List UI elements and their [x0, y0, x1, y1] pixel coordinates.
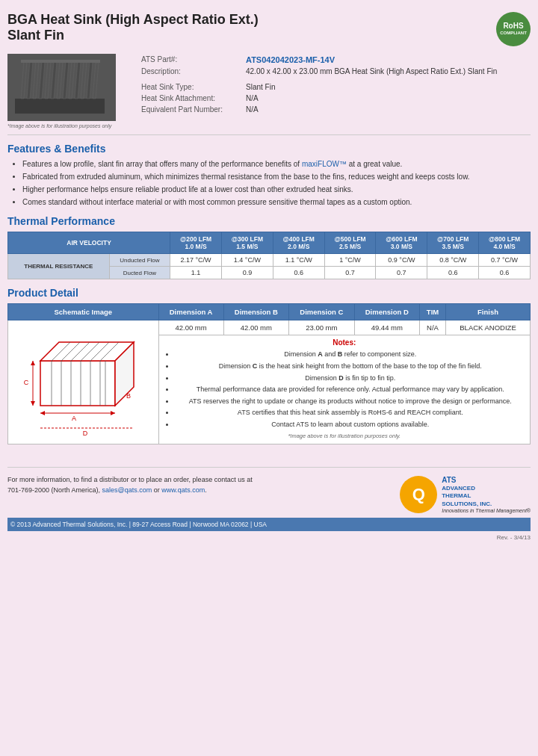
unducted-700: 0.8 °C/W [427, 254, 479, 267]
svg-marker-5 [45, 61, 51, 99]
ducted-600: 0.7 [376, 267, 427, 279]
ats-text-block: ATS ADVANCED THERMAL SOLUTIONS, INC. Inn… [442, 475, 531, 513]
ducted-800: 0.6 [479, 267, 531, 279]
ducted-400: 0.6 [273, 267, 324, 279]
attachment-row: Heat Sink Attachment: N/A [138, 93, 531, 104]
detail-table: Schematic Image Dimension A Dimension B … [7, 303, 531, 444]
col-500lfm: @500 LFM 2.5 M/S [324, 232, 376, 254]
description-label: Description: [138, 66, 243, 77]
detail-data-row: A C B D 42.00 mm [8, 320, 531, 335]
svg-text:C: C [24, 379, 29, 386]
svg-marker-33 [111, 411, 115, 415]
description-value: 42.00 x 42.00 x 23.00 mm BGA Heat Sink (… [243, 66, 531, 77]
attachment-value: N/A [243, 93, 531, 104]
footer-left: For more information, to find a distribu… [7, 475, 253, 498]
svg-marker-38 [31, 401, 35, 406]
note-6: ATS certifies that this heat sink assemb… [175, 408, 526, 418]
specs-block: ATS Part#: ATS042042023-MF-14V Descripti… [138, 54, 531, 128]
divider-1 [7, 134, 531, 135]
product-image-block: *Image above is for illustration purpose… [7, 54, 123, 128]
schematic-image-cell: A C B D [8, 320, 159, 444]
features-heading: Features & Benefits [7, 143, 531, 155]
unducted-800: 0.7 °C/W [479, 254, 531, 267]
page: BGA Heat Sink (High Aspect Ratio Ext.) S… [7, 0, 531, 553]
svg-rect-14 [21, 60, 100, 63]
unducted-label: Unducted Flow [109, 254, 170, 267]
equiv-value: N/A [243, 104, 531, 115]
dim-a-value: 42.00 mm [158, 320, 223, 335]
contact-text: For more information, to find a distribu… [7, 475, 253, 495]
note-4: Thermal performance data are provided fo… [175, 385, 526, 394]
schematic-image-note: *Image above is for illustration purpose… [163, 433, 526, 439]
notes-heading: Notes: [163, 338, 526, 347]
ats-full-name: ADVANCED THERMAL SOLUTIONS, INC. [442, 485, 531, 508]
unducted-200: 2.17 °C/W [170, 254, 222, 267]
unducted-300: 1.4 °C/W [221, 254, 273, 267]
feature-item-3: Higher performance helps ensure reliable… [22, 185, 531, 195]
header: BGA Heat Sink (High Aspect Ratio Ext.) S… [7, 12, 531, 46]
ats-q-letter: Q [412, 485, 425, 504]
ats-name: ATS ADVANCED THERMAL SOLUTIONS, INC. [442, 475, 531, 508]
footer: For more information, to find a distribu… [7, 467, 531, 513]
specs-table: ATS Part#: ATS042042023-MF-14V Descripti… [138, 54, 531, 115]
svg-text:D: D [83, 430, 88, 437]
air-velocity-header: AIR VELOCITY [8, 232, 170, 254]
feature-item-1: Features a low profile, slant fin array … [22, 159, 531, 170]
feature-item-2: Fabricated from extruded aluminum, which… [22, 172, 531, 182]
page-title-line2: Slant Fin [7, 28, 259, 43]
product-info: *Image above is for illustration purpose… [7, 54, 531, 128]
email-link[interactable]: sales@qats.com [102, 486, 152, 494]
col-finish: Finish [446, 304, 531, 320]
svg-marker-8 [63, 61, 69, 99]
unducted-600: 0.9 °C/W [376, 254, 427, 267]
ducted-300: 0.9 [221, 267, 273, 279]
product-image [7, 54, 116, 121]
type-row: Heat Sink Type: Slant Fin [138, 81, 531, 93]
features-list: Features a low profile, slant fin array … [7, 159, 531, 208]
page-title-line1: BGA Heat Sink (High Aspect Ratio Ext.) [7, 12, 259, 28]
type-value: Slant Fin [243, 81, 531, 93]
thermal-header-row: AIR VELOCITY @200 LFM 1.0 M/S @300 LFM 1… [8, 232, 531, 254]
svg-rect-0 [15, 99, 105, 114]
copyright-bar: © 2013 Advanced Thermal Solutions, Inc. … [7, 518, 531, 531]
rohs-compliant: COMPLIANT [500, 31, 527, 36]
ats-tagline: Innovations in Thermal Management® [442, 508, 531, 513]
rev-text: Rev. - 3/4/13 [7, 534, 531, 541]
equiv-label: Equivalent Part Number: [138, 104, 243, 115]
rohs-badge: RoHS COMPLIANT [496, 12, 531, 46]
note-1: Dimension A and B refer to component siz… [175, 350, 526, 359]
description-row: Description: 42.00 x 42.00 x 23.00 mm BG… [138, 66, 531, 77]
type-label: Heat Sink Type: [138, 81, 243, 93]
col-dim-c: Dimension C [289, 304, 354, 320]
col-600lfm: @600 LFM 3.0 M/S [376, 232, 427, 254]
notes-list: Dimension A and B refer to component siz… [163, 350, 526, 429]
finish-value: BLACK ANODIZE [446, 320, 531, 335]
svg-marker-6 [51, 61, 57, 99]
svg-text:A: A [72, 415, 76, 422]
svg-marker-11 [81, 61, 87, 99]
svg-marker-3 [33, 61, 39, 99]
website-link[interactable]: www.qats.com [161, 486, 205, 494]
svg-marker-1 [21, 61, 27, 99]
unducted-400: 1.1 °C/W [273, 254, 324, 267]
col-dim-a: Dimension A [158, 304, 223, 320]
footer-logo: Q ATS ADVANCED THERMAL SOLUTIONS, INC. I… [400, 475, 531, 513]
tim-value: N/A [420, 320, 446, 335]
heatsink-svg [7, 54, 116, 121]
ducted-200: 1.1 [170, 267, 222, 279]
ducted-500: 0.7 [324, 267, 376, 279]
detail-header-row: Schematic Image Dimension A Dimension B … [8, 304, 531, 320]
svg-marker-10 [75, 61, 81, 99]
schematic-svg: A C B D [18, 323, 149, 439]
svg-marker-4 [39, 61, 45, 99]
col-schematic: Schematic Image [8, 304, 159, 320]
copyright-text: © 2013 Advanced Thermal Solutions, Inc. … [10, 521, 267, 528]
thermal-table: AIR VELOCITY @200 LFM 1.0 M/S @300 LFM 1… [7, 232, 531, 279]
svg-marker-37 [31, 361, 35, 365]
note-7: Contact ATS to learn about custom option… [175, 420, 526, 430]
image-caption: *Image above is for illustration purpose… [7, 123, 123, 128]
col-400lfm: @400 LFM 2.0 M/S [273, 232, 324, 254]
part-row: ATS Part#: ATS042042023-MF-14V [138, 54, 531, 66]
col-tim: TIM [420, 304, 446, 320]
part-label: ATS Part#: [138, 54, 243, 66]
